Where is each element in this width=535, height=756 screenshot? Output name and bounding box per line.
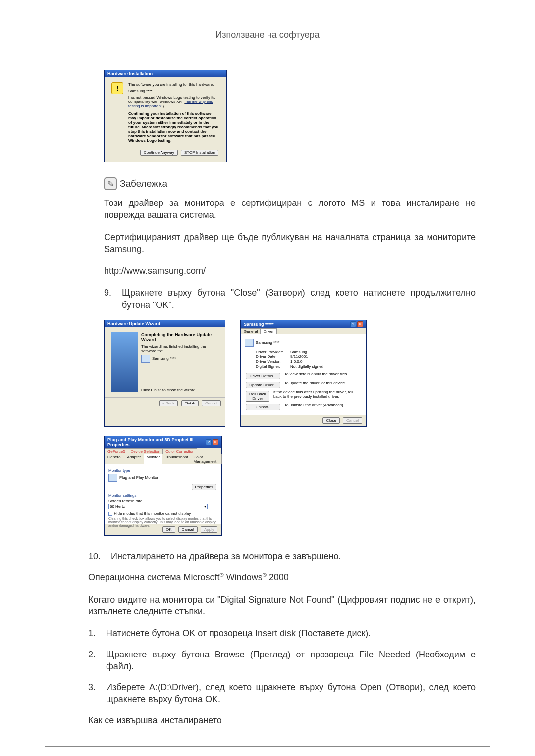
tab-general[interactable]: General [241,328,261,334]
hide-modes-checkbox[interactable] [108,512,112,516]
page-title: Използване на софтуера [45,30,490,40]
refresh-rate-label: Screen refresh rate: [108,499,217,503]
os-line: Операционна система Microsoft® Windows® … [88,571,476,583]
update-driver-button[interactable]: Update Driver... [246,382,280,388]
tab-device-selection[interactable]: Device Selection [128,448,163,454]
dialog1-device: Samsung **** [128,89,219,93]
close-button[interactable]: Close [322,417,339,424]
dialog2-device: Samsung **** [152,356,176,361]
continue-anyway-button[interactable]: Continue Anyway [140,150,178,156]
uninstall-button[interactable]: Uninstall [246,404,280,410]
monitor-type-label: Monitor type [108,468,217,473]
step10-number: 10. [88,551,105,562]
hide-modes-label: Hide modes that this monitor cannot disp… [114,511,191,516]
tab-geforce3[interactable]: GeForce3 [105,448,128,454]
driver-provider-label: Driver Provider: [256,350,290,354]
screenshot-driver-properties: Samsung ***** ?× General Driver Samsung … [240,320,367,427]
close-icon[interactable]: × [213,439,218,445]
ok-button[interactable]: OK [162,526,175,533]
dialog2-title: Hardware Update Wizard [107,321,160,326]
close-icon[interactable]: × [357,321,363,327]
tab-general-2[interactable]: General [105,454,124,464]
tab-monitor[interactable]: Monitor [144,454,163,464]
dialog2-line: The wizard has finished installing the s… [141,344,218,353]
finish-button[interactable]: Finish [181,400,199,406]
tab-color-mgmt[interactable]: Color Management [191,454,222,464]
refresh-rate-select[interactable]: 60 Hertz▾ [108,504,208,509]
s1-number: 1. [88,627,100,639]
tab-driver[interactable]: Driver [260,328,276,334]
step9-number: 9. [104,287,116,311]
note-para2: Сертифицираният драйвер ще бъде публикув… [104,231,476,255]
dialog1-line1: The software you are installing for this… [128,82,219,87]
back-button: < Back [159,400,178,406]
dialog1-bold-warning: Continuing your installation of this sof… [128,111,219,143]
screenshot-monitor-properties: Plug and Play Monitor and 3D Prophet III… [104,436,476,536]
monitor-icon [245,339,254,347]
dialog1-title: Hardware Installation [107,71,153,76]
rollback-driver-button[interactable]: Roll Back Driver [246,391,269,402]
s2-text: Щракнете върху бутона Browse (Преглед) о… [106,649,476,673]
tab-color-correction[interactable]: Color Correction [162,448,197,454]
warning-icon: ! [111,82,123,94]
uninstall-text: To uninstall the driver (Advanced). [281,403,344,411]
tab-adapter[interactable]: Adapter [124,454,144,464]
step9-text: Щракнете върху бутона "Close" (Затвори) … [122,287,476,311]
screenshot-hardware-update-wizard: Hardware Update Wizard Completing the Ha… [104,320,225,427]
screenshot-hardware-installation: Hardware Installation ! The software you… [104,70,476,162]
help-icon[interactable]: ? [206,439,212,445]
footer-rule [45,746,490,747]
dialog4-title: Plug and Play Monitor and 3D Prophet III… [107,437,206,447]
samsung-url: http://www.samsung.com/ [104,265,476,277]
note-heading: Забележка [120,178,167,189]
monitor-icon [108,474,117,482]
cancel-button-3[interactable]: Cancel [178,526,198,533]
dialog2-finish-line: Click Finish to close the wizard. [141,388,218,392]
driver-details-text: To view details about the driver files. [281,372,348,380]
s3-number: 3. [88,681,100,706]
note-para1: Този драйвер за монитора е сертифициран … [104,197,476,221]
apply-button: Apply [201,526,217,533]
help-icon[interactable]: ? [350,321,356,327]
dialog3-title: Samsung ***** [244,322,274,327]
driver-details-button[interactable]: Driver Details... [246,373,280,379]
driver-date-value: 9/11/2001 [290,354,308,359]
chevron-down-icon: ▾ [204,504,206,509]
monitor-icon [141,355,150,363]
dialog1-compat: has not passed Windows Logo testing to v… [128,95,219,108]
digital-signature-para: Когато видите на монитора си "Digital Si… [88,594,476,618]
step10-text: Инсталирането на драйвера за монитора е … [111,551,476,562]
dialog2-heading: Completing the Hardware Update Wizard [141,332,218,342]
driver-version-value: 1.0.0.0 [290,359,302,364]
s1-text: Натиснете бутона OK от прозореца Insert … [106,627,476,639]
cancel-button: Cancel [202,400,221,406]
stop-installation-button[interactable]: STOP Installation [181,150,218,156]
note-icon: ✎ [104,177,117,190]
tab-troubleshoot[interactable]: Troubleshoot [162,454,191,464]
rollback-driver-text: If the device fails after updating the d… [270,390,362,403]
monitor-settings-label: Monitor settings [108,493,217,498]
s3-text: Изберете A:(D:\Driver), след което щракн… [106,681,476,706]
digital-signer-value: Not digitally signed [290,364,323,369]
dialog3-device: Samsung **** [256,340,279,345]
howto-heading: Как се извършва инсталирането [88,714,476,726]
properties-button[interactable]: Properties [192,484,216,490]
monitor-type-value: Plug and Play Monitor [119,475,158,480]
driver-provider-value: Samsung [290,350,307,354]
update-driver-text: To update the driver for this device. [281,381,346,389]
digital-signer-label: Digital Signer: [256,364,290,369]
driver-version-label: Driver Version: [256,359,290,364]
driver-date-label: Driver Date: [256,354,290,359]
s2-number: 2. [88,649,100,673]
cancel-button-2: Cancel [343,417,362,424]
